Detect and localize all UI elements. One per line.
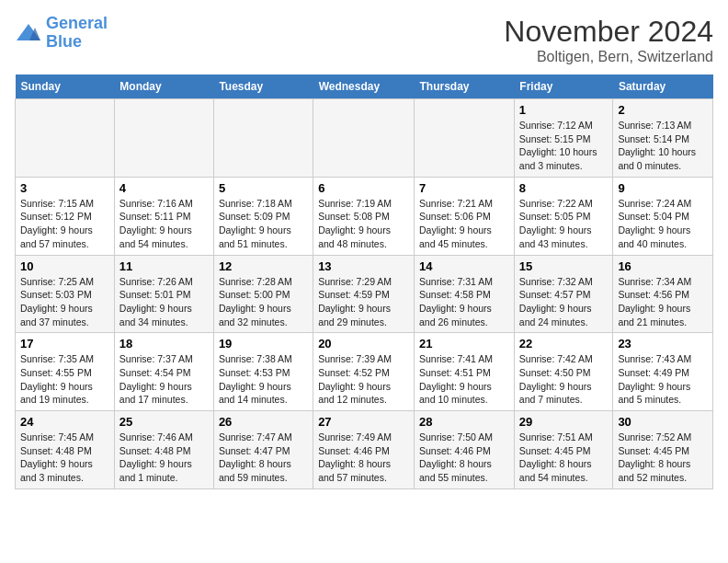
day-info: Sunrise: 7:50 AM Sunset: 4:46 PM Dayligh… bbox=[419, 431, 509, 485]
day-number: 13 bbox=[318, 259, 409, 273]
day-info: Sunrise: 7:16 AM Sunset: 5:11 PM Dayligh… bbox=[119, 197, 209, 251]
calendar-cell: 24Sunrise: 7:45 AM Sunset: 4:48 PM Dayli… bbox=[16, 411, 115, 489]
day-info: Sunrise: 7:46 AM Sunset: 4:48 PM Dayligh… bbox=[119, 431, 209, 485]
day-number: 10 bbox=[20, 259, 109, 273]
calendar-cell: 23Sunrise: 7:43 AM Sunset: 4:49 PM Dayli… bbox=[613, 333, 713, 411]
location-title: Boltigen, Bern, Switzerland bbox=[504, 49, 713, 65]
calendar-cell: 3Sunrise: 7:15 AM Sunset: 5:12 PM Daylig… bbox=[16, 177, 115, 255]
calendar-cell: 19Sunrise: 7:38 AM Sunset: 4:53 PM Dayli… bbox=[213, 333, 313, 411]
calendar-cell: 10Sunrise: 7:25 AM Sunset: 5:03 PM Dayli… bbox=[16, 255, 115, 333]
weekday-header-tuesday: Tuesday bbox=[213, 75, 313, 99]
calendar-cell: 13Sunrise: 7:29 AM Sunset: 4:59 PM Dayli… bbox=[313, 255, 415, 333]
header: General Blue November 2024 Boltigen, Ber… bbox=[15, 15, 713, 65]
day-number: 21 bbox=[419, 337, 509, 350]
calendar-cell: 1Sunrise: 7:12 AM Sunset: 5:15 PM Daylig… bbox=[514, 99, 613, 178]
day-info: Sunrise: 7:35 AM Sunset: 4:55 PM Dayligh… bbox=[20, 352, 109, 407]
day-info: Sunrise: 7:26 AM Sunset: 5:01 PM Dayligh… bbox=[119, 275, 209, 329]
calendar-cell: 25Sunrise: 7:46 AM Sunset: 4:48 PM Dayli… bbox=[114, 411, 213, 489]
calendar-cell: 8Sunrise: 7:22 AM Sunset: 5:05 PM Daylig… bbox=[514, 177, 613, 255]
day-info: Sunrise: 7:39 AM Sunset: 4:52 PM Dayligh… bbox=[318, 352, 409, 407]
calendar-cell: 16Sunrise: 7:34 AM Sunset: 4:56 PM Dayli… bbox=[613, 255, 713, 333]
day-info: Sunrise: 7:13 AM Sunset: 5:14 PM Dayligh… bbox=[618, 119, 708, 173]
calendar-cell: 15Sunrise: 7:32 AM Sunset: 4:57 PM Dayli… bbox=[514, 255, 613, 333]
day-info: Sunrise: 7:18 AM Sunset: 5:09 PM Dayligh… bbox=[219, 197, 308, 251]
calendar-table: SundayMondayTuesdayWednesdayThursdayFrid… bbox=[15, 75, 713, 489]
day-number: 20 bbox=[318, 337, 409, 350]
day-number: 9 bbox=[618, 181, 708, 195]
day-info: Sunrise: 7:21 AM Sunset: 5:06 PM Dayligh… bbox=[419, 197, 509, 251]
calendar-cell: 5Sunrise: 7:18 AM Sunset: 5:09 PM Daylig… bbox=[213, 177, 313, 255]
day-number: 23 bbox=[618, 337, 708, 350]
calendar-cell: 2Sunrise: 7:13 AM Sunset: 5:14 PM Daylig… bbox=[613, 99, 713, 178]
day-info: Sunrise: 7:31 AM Sunset: 4:58 PM Dayligh… bbox=[419, 275, 509, 329]
day-info: Sunrise: 7:43 AM Sunset: 4:49 PM Dayligh… bbox=[618, 352, 708, 407]
day-info: Sunrise: 7:52 AM Sunset: 4:45 PM Dayligh… bbox=[618, 431, 708, 485]
day-number: 25 bbox=[119, 415, 209, 429]
day-number: 18 bbox=[119, 337, 209, 350]
calendar-cell: 27Sunrise: 7:49 AM Sunset: 4:46 PM Dayli… bbox=[313, 411, 415, 489]
logo-text: General Blue bbox=[46, 15, 108, 52]
day-number: 22 bbox=[519, 337, 609, 350]
day-number: 15 bbox=[519, 259, 609, 273]
day-info: Sunrise: 7:28 AM Sunset: 5:00 PM Dayligh… bbox=[219, 275, 308, 329]
day-number: 7 bbox=[419, 181, 509, 195]
calendar-cell: 22Sunrise: 7:42 AM Sunset: 4:50 PM Dayli… bbox=[514, 333, 613, 411]
weekday-header-wednesday: Wednesday bbox=[313, 75, 415, 99]
calendar-cell bbox=[114, 99, 213, 178]
day-info: Sunrise: 7:24 AM Sunset: 5:04 PM Dayligh… bbox=[618, 197, 708, 251]
day-info: Sunrise: 7:47 AM Sunset: 4:47 PM Dayligh… bbox=[219, 431, 308, 485]
calendar-week-1: 1Sunrise: 7:12 AM Sunset: 5:15 PM Daylig… bbox=[16, 99, 713, 178]
weekday-header-friday: Friday bbox=[514, 75, 613, 99]
day-number: 5 bbox=[219, 181, 308, 195]
day-number: 8 bbox=[519, 181, 609, 195]
day-number: 28 bbox=[419, 415, 509, 429]
day-number: 29 bbox=[519, 415, 609, 429]
day-number: 12 bbox=[219, 259, 308, 273]
weekday-header-thursday: Thursday bbox=[415, 75, 515, 99]
month-title: November 2024 bbox=[504, 15, 713, 49]
title-area: November 2024 Boltigen, Bern, Switzerlan… bbox=[504, 15, 713, 65]
calendar-cell: 28Sunrise: 7:50 AM Sunset: 4:46 PM Dayli… bbox=[415, 411, 515, 489]
day-number: 6 bbox=[318, 181, 409, 195]
day-info: Sunrise: 7:51 AM Sunset: 4:45 PM Dayligh… bbox=[519, 431, 609, 485]
day-info: Sunrise: 7:34 AM Sunset: 4:56 PM Dayligh… bbox=[618, 275, 708, 329]
day-number: 1 bbox=[519, 103, 609, 117]
calendar-cell: 7Sunrise: 7:21 AM Sunset: 5:06 PM Daylig… bbox=[415, 177, 515, 255]
calendar-week-5: 24Sunrise: 7:45 AM Sunset: 4:48 PM Dayli… bbox=[16, 411, 713, 489]
calendar-cell: 30Sunrise: 7:52 AM Sunset: 4:45 PM Dayli… bbox=[613, 411, 713, 489]
day-number: 16 bbox=[618, 259, 708, 273]
logo: General Blue bbox=[15, 15, 108, 52]
calendar-week-2: 3Sunrise: 7:15 AM Sunset: 5:12 PM Daylig… bbox=[16, 177, 713, 255]
calendar-cell bbox=[313, 99, 415, 178]
day-number: 2 bbox=[618, 103, 708, 117]
calendar-week-4: 17Sunrise: 7:35 AM Sunset: 4:55 PM Dayli… bbox=[16, 333, 713, 411]
calendar-week-3: 10Sunrise: 7:25 AM Sunset: 5:03 PM Dayli… bbox=[16, 255, 713, 333]
day-number: 3 bbox=[20, 181, 109, 195]
weekday-header-saturday: Saturday bbox=[613, 75, 713, 99]
calendar-cell: 20Sunrise: 7:39 AM Sunset: 4:52 PM Dayli… bbox=[313, 333, 415, 411]
day-info: Sunrise: 7:12 AM Sunset: 5:15 PM Dayligh… bbox=[519, 119, 609, 173]
weekday-header-row: SundayMondayTuesdayWednesdayThursdayFrid… bbox=[16, 75, 713, 99]
day-info: Sunrise: 7:15 AM Sunset: 5:12 PM Dayligh… bbox=[20, 197, 109, 251]
calendar-cell: 9Sunrise: 7:24 AM Sunset: 5:04 PM Daylig… bbox=[613, 177, 713, 255]
weekday-header-sunday: Sunday bbox=[16, 75, 115, 99]
day-info: Sunrise: 7:25 AM Sunset: 5:03 PM Dayligh… bbox=[20, 275, 109, 329]
calendar-cell: 12Sunrise: 7:28 AM Sunset: 5:00 PM Dayli… bbox=[213, 255, 313, 333]
day-info: Sunrise: 7:29 AM Sunset: 4:59 PM Dayligh… bbox=[318, 275, 409, 329]
day-number: 24 bbox=[20, 415, 109, 429]
day-number: 19 bbox=[219, 337, 308, 350]
weekday-header-monday: Monday bbox=[114, 75, 213, 99]
logo-icon bbox=[15, 22, 42, 44]
day-info: Sunrise: 7:45 AM Sunset: 4:48 PM Dayligh… bbox=[20, 431, 109, 485]
day-number: 4 bbox=[119, 181, 209, 195]
day-number: 17 bbox=[20, 337, 109, 350]
calendar-cell: 18Sunrise: 7:37 AM Sunset: 4:54 PM Dayli… bbox=[114, 333, 213, 411]
calendar-cell: 21Sunrise: 7:41 AM Sunset: 4:51 PM Dayli… bbox=[415, 333, 515, 411]
day-info: Sunrise: 7:37 AM Sunset: 4:54 PM Dayligh… bbox=[119, 352, 209, 407]
day-number: 30 bbox=[618, 415, 708, 429]
calendar-cell: 14Sunrise: 7:31 AM Sunset: 4:58 PM Dayli… bbox=[415, 255, 515, 333]
calendar-cell: 6Sunrise: 7:19 AM Sunset: 5:08 PM Daylig… bbox=[313, 177, 415, 255]
day-info: Sunrise: 7:19 AM Sunset: 5:08 PM Dayligh… bbox=[318, 197, 409, 251]
calendar-cell: 17Sunrise: 7:35 AM Sunset: 4:55 PM Dayli… bbox=[16, 333, 115, 411]
day-number: 14 bbox=[419, 259, 509, 273]
